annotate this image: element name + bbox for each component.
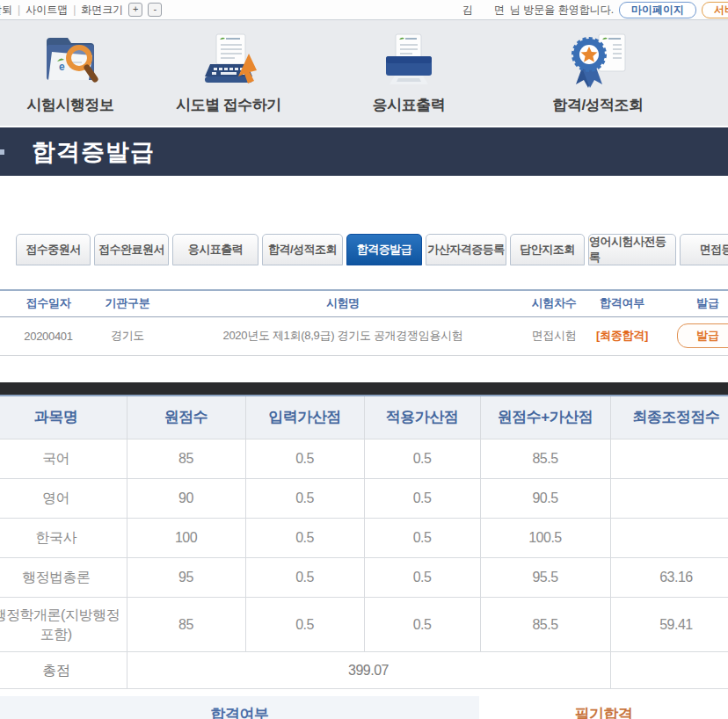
- col-org-type: 기관구분: [97, 290, 158, 316]
- final-adjusted-cell: [610, 479, 728, 519]
- written-pass-value: 필기합격: [479, 696, 728, 719]
- exam-stage: 면접시험: [528, 316, 580, 355]
- raw-score-cell: 85: [127, 439, 245, 479]
- tab-exam-ticket-print[interactable]: 응시표출력: [172, 234, 258, 265]
- raw-score-cell: 85: [127, 598, 245, 652]
- mypage-button[interactable]: 마이페이지: [619, 2, 696, 18]
- score-row-public-admin: 행정학개론(지방행정 포함) 85 0.5 0.5 85.5 59.41: [0, 598, 728, 652]
- col-raw-score: 원점수: [127, 396, 245, 439]
- col-raw-plus-bonus: 원점수+가산점: [480, 396, 610, 439]
- col-subject: 과목명: [0, 396, 127, 439]
- final-adjusted-cell: [610, 519, 728, 558]
- score-row-history: 한국사 100 0.5 0.5 100.5: [0, 519, 728, 558]
- folder-search-icon: e: [0, 31, 141, 91]
- tab-english-preregister[interactable]: 영어시험사전등록: [588, 234, 676, 265]
- subject-cell: 행정법총론: [0, 558, 127, 598]
- raw-plus-bonus-cell: 85.5: [480, 598, 610, 652]
- user-name-last: 면: [494, 3, 505, 18]
- raw-plus-bonus-cell: 85.5: [480, 439, 610, 479]
- score-table: 과목명 원점수 입력가산점 적용가산점 원점수+가산점 최종조정점수 국어 85…: [0, 395, 728, 690]
- receipt-date: 20200401: [0, 316, 97, 355]
- pass-status-header: 합격여부: [0, 696, 479, 719]
- col-receipt-date: 접수일자: [0, 290, 97, 316]
- menu-ticket-print-label: 응시표출력: [317, 95, 501, 115]
- score-row-korean: 국어 85 0.5 0.5 85.5: [0, 439, 728, 479]
- input-bonus-cell: 0.5: [245, 439, 364, 479]
- raw-plus-bonus-cell: 95.5: [480, 558, 610, 598]
- score-row-english: 영어 90 0.5 0.5 90.5: [0, 479, 728, 519]
- pass-status-badge: [최종합격]: [596, 329, 648, 342]
- sitemap-link[interactable]: 사이트맵: [25, 3, 68, 18]
- final-adjusted-cell: 63.16: [610, 558, 728, 598]
- svg-text:e: e: [59, 61, 65, 73]
- col-issue: 발급: [664, 290, 728, 316]
- laptop-apply-icon: [141, 31, 317, 91]
- total-final-empty: [610, 652, 728, 689]
- certificate-table-row: 20200401 경기도 2020년도 제1회(8,9급) 경기도 공개경쟁임용…: [0, 316, 728, 355]
- applied-bonus-cell: 0.5: [364, 479, 480, 519]
- zoom-in-button[interactable]: +: [128, 3, 142, 17]
- menu-regional-apply-label: 시도별 접수하기: [141, 95, 317, 115]
- raw-score-cell: 95: [127, 558, 245, 598]
- tab-receipt-pending[interactable]: 접수중원서: [16, 234, 91, 265]
- printer-icon: [317, 31, 501, 91]
- raw-plus-bonus-cell: 90.5: [480, 479, 610, 519]
- score-row-total: 총점 399.07: [0, 652, 728, 689]
- screen-size-label: 화면크기: [81, 3, 123, 18]
- score-table-header: 과목명 원점수 입력가산점 적용가산점 원점수+가산점 최종조정점수: [0, 396, 728, 439]
- tab-certificate-issue[interactable]: 합격증발급: [346, 234, 422, 265]
- menu-ticket-print[interactable]: 응시표출력: [317, 20, 501, 115]
- menu-exam-info[interactable]: e 시험시행정보: [0, 20, 141, 115]
- tab-pass-score-check[interactable]: 합격/성적조회: [262, 234, 343, 265]
- certificate-issue-table: 접수일자 기관구분 시험명 시험차수 합격여부 발급 20200401 경기도 …: [0, 289, 728, 356]
- input-bonus-cell: 0.5: [245, 479, 364, 519]
- raw-score-cell: 100: [127, 519, 245, 558]
- ribbon-badge-icon: [501, 31, 695, 91]
- tab-bar: 접수중원서 접수완료원서 응시표출력 합격/성적조회 합격증발급 가산자격증등록…: [16, 234, 728, 265]
- quick-menu: e 시험시행정보: [0, 20, 728, 126]
- tab-bonus-cert-register[interactable]: 가산자격증등록: [426, 234, 506, 265]
- section-divider-bar: [0, 382, 728, 395]
- input-bonus-cell: 0.5: [245, 558, 364, 598]
- col-final-adjusted: 최종조정점수: [610, 396, 728, 439]
- score-row-admin-law: 행정법총론 95 0.5 0.5 95.5 63.16: [0, 558, 728, 598]
- certificate-table-header: 접수일자 기관구분 시험명 시험차수 합격여부 발급: [0, 290, 728, 316]
- page-title-band: 합격증발급: [0, 127, 728, 176]
- col-exam-name: 시험명: [158, 290, 528, 316]
- zoom-out-button[interactable]: -: [148, 3, 162, 17]
- divider: |: [18, 4, 20, 16]
- subject-cell: 국어: [0, 439, 127, 479]
- title-bullet-icon: [0, 149, 4, 155]
- org-type: 경기도: [97, 316, 158, 355]
- divider: |: [73, 4, 76, 16]
- tab-answer-sheet-check[interactable]: 답안지조회: [510, 234, 585, 265]
- applied-bonus-cell: 0.5: [364, 598, 480, 652]
- col-pass-status: 합격여부: [580, 290, 664, 316]
- input-bonus-cell: 0.5: [245, 519, 364, 558]
- menu-exam-info-label: 시험시행정보: [0, 95, 141, 115]
- withdraw-link[interactable]: 탈퇴: [0, 3, 12, 18]
- final-adjusted-cell: 59.41: [610, 598, 728, 652]
- menu-regional-apply[interactable]: 시도별 접수하기: [141, 20, 317, 115]
- col-exam-stage: 시험차수: [528, 290, 580, 316]
- subject-cell: 영어: [0, 479, 127, 519]
- total-label: 총점: [0, 652, 127, 689]
- applied-bonus-cell: 0.5: [364, 519, 480, 558]
- tab-interview-register[interactable]: 면접등록: [680, 234, 728, 265]
- final-adjusted-cell: [610, 439, 728, 479]
- applied-bonus-cell: 0.5: [364, 558, 480, 598]
- col-input-bonus: 입력가산점: [245, 396, 364, 439]
- menu-pass-score[interactable]: 합격/성적조회: [501, 20, 695, 115]
- service-button[interactable]: 서비스: [702, 2, 728, 18]
- page-title: 합격증발급: [32, 136, 155, 168]
- top-utility-bar: 탈퇴 | 사이트맵 | 화면크기 + - 김면 님 방문을 환영합니다. 마이페…: [0, 0, 728, 20]
- menu-pass-score-label: 합격/성적조회: [501, 95, 695, 115]
- tab-receipt-complete[interactable]: 접수완료원서: [94, 234, 169, 265]
- exam-name: 2020년도 제1회(8,9급) 경기도 공개경쟁임용시험: [158, 316, 528, 355]
- applied-bonus-cell: 0.5: [364, 439, 480, 479]
- total-value: 399.07: [127, 652, 610, 689]
- user-name-first: 김: [462, 3, 473, 18]
- issue-certificate-button[interactable]: 발급: [677, 323, 728, 348]
- input-bonus-cell: 0.5: [245, 598, 364, 652]
- pass-result-table-header: 합격여부 필기합격: [0, 696, 728, 719]
